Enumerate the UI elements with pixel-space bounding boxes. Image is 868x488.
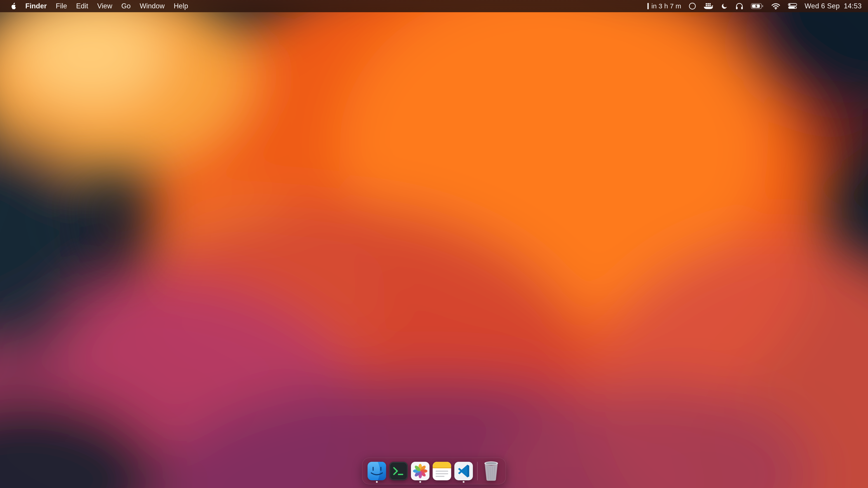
desktop-wallpaper [0, 0, 868, 488]
menu-view[interactable]: View [97, 2, 112, 10]
active-app-name[interactable]: Finder [25, 2, 47, 10]
menu-window[interactable]: Window [140, 2, 164, 10]
terminal-icon [389, 462, 408, 480]
headphones-icon[interactable] [736, 3, 743, 9]
dock [362, 458, 506, 484]
vscode-icon [454, 462, 473, 480]
wifi-icon[interactable] [771, 3, 780, 9]
finder-icon [368, 462, 386, 480]
menu-bar: Finder File Edit View Go Window Help in … [0, 0, 868, 12]
photos-icon [411, 462, 430, 480]
dock-item-trash[interactable] [480, 458, 502, 484]
battery-icon[interactable] [751, 3, 764, 9]
running-indicator [376, 481, 378, 483]
menu-bar-clock[interactable]: Wed 6 Sep 14:53 [805, 2, 862, 10]
menu-file[interactable]: File [56, 2, 67, 10]
menu-bar-left: Finder File Edit View Go Window Help [10, 2, 188, 10]
ring-icon [689, 3, 696, 9]
apple-menu-icon[interactable] [10, 2, 16, 10]
circle-status-icon[interactable] [689, 3, 696, 9]
menu-edit[interactable]: Edit [76, 2, 88, 10]
desktop[interactable]: Finder File Edit View Go Window Help in … [0, 0, 868, 488]
dock-item-finder[interactable] [366, 458, 388, 484]
running-indicator [463, 481, 465, 483]
timer-bar-icon [647, 3, 649, 9]
timer-text: in 3 h 7 m [651, 2, 681, 10]
docker-icon[interactable] [704, 3, 713, 9]
control-center-icon[interactable] [788, 3, 797, 9]
timer-status[interactable]: in 3 h 7 m [647, 2, 681, 10]
menu-help[interactable]: Help [174, 2, 188, 10]
dock-separator [477, 462, 477, 480]
menu-bar-status-area: in 3 h 7 m [647, 2, 862, 10]
moon-focus-icon[interactable] [721, 3, 728, 9]
dock-item-terminal[interactable] [388, 458, 409, 484]
running-indicator [419, 481, 421, 483]
dock-item-photos[interactable] [409, 458, 431, 484]
trash-icon [482, 461, 501, 482]
menu-go[interactable]: Go [121, 2, 131, 10]
notes-icon [433, 462, 451, 480]
dock-item-vscode[interactable] [453, 458, 474, 484]
dock-item-notes[interactable] [431, 458, 453, 484]
